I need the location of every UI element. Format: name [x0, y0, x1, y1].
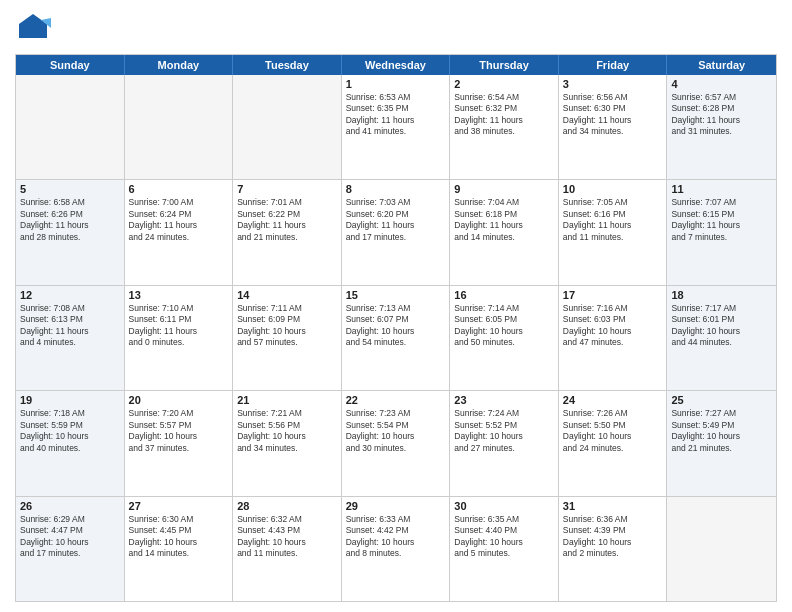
day-info: Sunrise: 6:58 AMSunset: 6:26 PMDaylight:… — [20, 197, 120, 243]
day-number: 8 — [346, 183, 446, 195]
calendar-day-16: 16Sunrise: 7:14 AMSunset: 6:05 PMDayligh… — [450, 286, 559, 390]
day-info: Sunrise: 7:23 AMSunset: 5:54 PMDaylight:… — [346, 408, 446, 454]
day-info: Sunrise: 7:26 AMSunset: 5:50 PMDaylight:… — [563, 408, 663, 454]
header — [15, 10, 777, 46]
calendar-day-14: 14Sunrise: 7:11 AMSunset: 6:09 PMDayligh… — [233, 286, 342, 390]
calendar-day-19: 19Sunrise: 7:18 AMSunset: 5:59 PMDayligh… — [16, 391, 125, 495]
calendar-row-4: 26Sunrise: 6:29 AMSunset: 4:47 PMDayligh… — [16, 496, 776, 601]
day-number: 1 — [346, 78, 446, 90]
calendar-day-23: 23Sunrise: 7:24 AMSunset: 5:52 PMDayligh… — [450, 391, 559, 495]
day-info: Sunrise: 7:08 AMSunset: 6:13 PMDaylight:… — [20, 303, 120, 349]
day-number: 23 — [454, 394, 554, 406]
calendar-row-0: 1Sunrise: 6:53 AMSunset: 6:35 PMDaylight… — [16, 75, 776, 179]
calendar-day-17: 17Sunrise: 7:16 AMSunset: 6:03 PMDayligh… — [559, 286, 668, 390]
day-number: 6 — [129, 183, 229, 195]
calendar-day-18: 18Sunrise: 7:17 AMSunset: 6:01 PMDayligh… — [667, 286, 776, 390]
calendar-day-1: 1Sunrise: 6:53 AMSunset: 6:35 PMDaylight… — [342, 75, 451, 179]
weekday-header-wednesday: Wednesday — [342, 55, 451, 75]
day-info: Sunrise: 7:11 AMSunset: 6:09 PMDaylight:… — [237, 303, 337, 349]
page: SundayMondayTuesdayWednesdayThursdayFrid… — [0, 0, 792, 612]
calendar-empty-0-1 — [125, 75, 234, 179]
day-info: Sunrise: 7:04 AMSunset: 6:18 PMDaylight:… — [454, 197, 554, 243]
calendar-day-6: 6Sunrise: 7:00 AMSunset: 6:24 PMDaylight… — [125, 180, 234, 284]
weekday-header-monday: Monday — [125, 55, 234, 75]
calendar-day-3: 3Sunrise: 6:56 AMSunset: 6:30 PMDaylight… — [559, 75, 668, 179]
svg-rect-2 — [19, 32, 47, 38]
day-number: 18 — [671, 289, 772, 301]
calendar-day-12: 12Sunrise: 7:08 AMSunset: 6:13 PMDayligh… — [16, 286, 125, 390]
day-info: Sunrise: 6:36 AMSunset: 4:39 PMDaylight:… — [563, 514, 663, 560]
day-number: 16 — [454, 289, 554, 301]
calendar-day-15: 15Sunrise: 7:13 AMSunset: 6:07 PMDayligh… — [342, 286, 451, 390]
calendar: SundayMondayTuesdayWednesdayThursdayFrid… — [15, 54, 777, 602]
day-info: Sunrise: 6:30 AMSunset: 4:45 PMDaylight:… — [129, 514, 229, 560]
day-info: Sunrise: 7:14 AMSunset: 6:05 PMDaylight:… — [454, 303, 554, 349]
calendar-day-5: 5Sunrise: 6:58 AMSunset: 6:26 PMDaylight… — [16, 180, 125, 284]
weekday-header-tuesday: Tuesday — [233, 55, 342, 75]
calendar-day-27: 27Sunrise: 6:30 AMSunset: 4:45 PMDayligh… — [125, 497, 234, 601]
day-number: 31 — [563, 500, 663, 512]
calendar-day-4: 4Sunrise: 6:57 AMSunset: 6:28 PMDaylight… — [667, 75, 776, 179]
day-number: 21 — [237, 394, 337, 406]
calendar-row-2: 12Sunrise: 7:08 AMSunset: 6:13 PMDayligh… — [16, 285, 776, 390]
calendar-day-28: 28Sunrise: 6:32 AMSunset: 4:43 PMDayligh… — [233, 497, 342, 601]
calendar-day-30: 30Sunrise: 6:35 AMSunset: 4:40 PMDayligh… — [450, 497, 559, 601]
day-number: 25 — [671, 394, 772, 406]
calendar-day-7: 7Sunrise: 7:01 AMSunset: 6:22 PMDaylight… — [233, 180, 342, 284]
day-info: Sunrise: 6:29 AMSunset: 4:47 PMDaylight:… — [20, 514, 120, 560]
calendar-day-9: 9Sunrise: 7:04 AMSunset: 6:18 PMDaylight… — [450, 180, 559, 284]
calendar-empty-4-6 — [667, 497, 776, 601]
calendar-body: 1Sunrise: 6:53 AMSunset: 6:35 PMDaylight… — [16, 75, 776, 601]
day-number: 11 — [671, 183, 772, 195]
day-number: 10 — [563, 183, 663, 195]
calendar-day-25: 25Sunrise: 7:27 AMSunset: 5:49 PMDayligh… — [667, 391, 776, 495]
day-number: 26 — [20, 500, 120, 512]
weekday-header-thursday: Thursday — [450, 55, 559, 75]
day-info: Sunrise: 7:05 AMSunset: 6:16 PMDaylight:… — [563, 197, 663, 243]
day-number: 14 — [237, 289, 337, 301]
logo — [15, 10, 55, 46]
day-number: 4 — [671, 78, 772, 90]
calendar-day-20: 20Sunrise: 7:20 AMSunset: 5:57 PMDayligh… — [125, 391, 234, 495]
calendar-empty-0-2 — [233, 75, 342, 179]
calendar-day-26: 26Sunrise: 6:29 AMSunset: 4:47 PMDayligh… — [16, 497, 125, 601]
day-info: Sunrise: 7:17 AMSunset: 6:01 PMDaylight:… — [671, 303, 772, 349]
calendar-row-3: 19Sunrise: 7:18 AMSunset: 5:59 PMDayligh… — [16, 390, 776, 495]
calendar-day-31: 31Sunrise: 6:36 AMSunset: 4:39 PMDayligh… — [559, 497, 668, 601]
day-number: 13 — [129, 289, 229, 301]
logo-icon — [15, 10, 51, 46]
calendar-day-13: 13Sunrise: 7:10 AMSunset: 6:11 PMDayligh… — [125, 286, 234, 390]
calendar-day-2: 2Sunrise: 6:54 AMSunset: 6:32 PMDaylight… — [450, 75, 559, 179]
day-info: Sunrise: 7:00 AMSunset: 6:24 PMDaylight:… — [129, 197, 229, 243]
day-number: 17 — [563, 289, 663, 301]
day-info: Sunrise: 7:20 AMSunset: 5:57 PMDaylight:… — [129, 408, 229, 454]
day-info: Sunrise: 6:57 AMSunset: 6:28 PMDaylight:… — [671, 92, 772, 138]
day-info: Sunrise: 7:16 AMSunset: 6:03 PMDaylight:… — [563, 303, 663, 349]
day-number: 24 — [563, 394, 663, 406]
day-number: 15 — [346, 289, 446, 301]
day-number: 3 — [563, 78, 663, 90]
weekday-header-friday: Friday — [559, 55, 668, 75]
day-info: Sunrise: 6:32 AMSunset: 4:43 PMDaylight:… — [237, 514, 337, 560]
day-info: Sunrise: 6:33 AMSunset: 4:42 PMDaylight:… — [346, 514, 446, 560]
day-info: Sunrise: 7:21 AMSunset: 5:56 PMDaylight:… — [237, 408, 337, 454]
day-number: 30 — [454, 500, 554, 512]
day-number: 12 — [20, 289, 120, 301]
day-info: Sunrise: 6:54 AMSunset: 6:32 PMDaylight:… — [454, 92, 554, 138]
day-info: Sunrise: 6:53 AMSunset: 6:35 PMDaylight:… — [346, 92, 446, 138]
day-number: 29 — [346, 500, 446, 512]
day-number: 7 — [237, 183, 337, 195]
calendar-day-10: 10Sunrise: 7:05 AMSunset: 6:16 PMDayligh… — [559, 180, 668, 284]
day-info: Sunrise: 6:56 AMSunset: 6:30 PMDaylight:… — [563, 92, 663, 138]
day-info: Sunrise: 7:03 AMSunset: 6:20 PMDaylight:… — [346, 197, 446, 243]
calendar-day-21: 21Sunrise: 7:21 AMSunset: 5:56 PMDayligh… — [233, 391, 342, 495]
day-info: Sunrise: 7:10 AMSunset: 6:11 PMDaylight:… — [129, 303, 229, 349]
calendar-row-1: 5Sunrise: 6:58 AMSunset: 6:26 PMDaylight… — [16, 179, 776, 284]
calendar-empty-0-0 — [16, 75, 125, 179]
day-info: Sunrise: 7:24 AMSunset: 5:52 PMDaylight:… — [454, 408, 554, 454]
calendar-day-29: 29Sunrise: 6:33 AMSunset: 4:42 PMDayligh… — [342, 497, 451, 601]
day-info: Sunrise: 7:01 AMSunset: 6:22 PMDaylight:… — [237, 197, 337, 243]
day-number: 20 — [129, 394, 229, 406]
day-info: Sunrise: 7:07 AMSunset: 6:15 PMDaylight:… — [671, 197, 772, 243]
day-number: 9 — [454, 183, 554, 195]
